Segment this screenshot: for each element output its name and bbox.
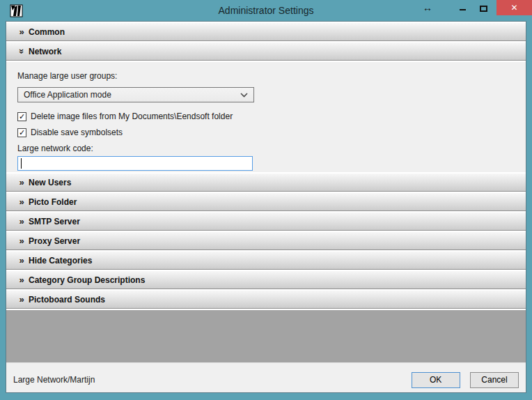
chevron-down-icon: » (17, 45, 27, 59)
chevron-right-icon: » (15, 216, 29, 226)
accordion-label: New Users (29, 178, 71, 187)
accordion-label: Picto Folder (29, 197, 77, 207)
large-network-code-input[interactable] (17, 156, 253, 171)
resize-icon[interactable]: ↔ (423, 2, 432, 13)
text-caret (21, 158, 22, 169)
checkbox-checked-icon[interactable]: ✓ (17, 128, 26, 137)
chevron-right-icon: » (15, 197, 29, 207)
delete-image-files-checkbox-row[interactable]: ✓ Delete image files from My Documents\E… (17, 111, 526, 121)
check-icon: ✓ (19, 113, 25, 121)
window-controls: ↔ ✕ (423, 0, 532, 15)
dialog-content: » Common » Network Manage large user gro… (6, 21, 526, 393)
maximize-icon (480, 6, 487, 12)
chevron-right-icon: » (15, 275, 29, 285)
accordion-header-new-users[interactable]: » New Users (6, 174, 526, 192)
cancel-button[interactable]: Cancel (470, 372, 519, 388)
chevron-down-icon (240, 93, 248, 98)
chevron-right-icon: » (15, 26, 29, 37)
manage-groups-label: Manage large user groups: (17, 71, 526, 81)
accordion-label: Common (29, 27, 65, 37)
accordion-header-common[interactable]: » Common (6, 23, 526, 41)
accordion-header-picto-folder[interactable]: » Picto Folder (6, 193, 526, 211)
minimize-button[interactable] (456, 5, 469, 10)
accordion-header-network[interactable]: » Network (6, 43, 526, 61)
accordion-header-category-group-descriptions[interactable]: » Category Group Descriptions (6, 271, 526, 289)
accordion-header-proxy-server[interactable]: » Proxy Server (6, 232, 526, 250)
dropdown-selected-value: Office Application mode (24, 90, 111, 100)
checkbox-checked-icon[interactable]: ✓ (17, 112, 26, 121)
large-network-code-label: Large network code: (17, 144, 526, 153)
chevron-right-icon: » (15, 236, 29, 246)
chevron-right-icon: » (15, 177, 29, 187)
accordion-label: Network (29, 47, 61, 56)
empty-filler-area (6, 310, 526, 362)
manage-groups-dropdown[interactable]: Office Application mode (17, 87, 254, 102)
accordion-header-pictoboard-sounds[interactable]: » Pictoboard Sounds (6, 291, 526, 309)
footer-buttons: OK Cancel (412, 372, 519, 388)
accordion-label: SMTP Server (29, 217, 80, 226)
minimize-icon (460, 9, 466, 10)
checkbox-label: Delete image files from My Documents\Een… (31, 111, 233, 121)
status-text: Large Network/Martijn (13, 375, 95, 385)
close-button[interactable]: ✕ (496, 0, 532, 15)
titlebar: Administrator Settings ↔ ✕ (6, 0, 526, 21)
maximize-button[interactable] (477, 4, 490, 12)
chevron-right-icon: » (15, 294, 29, 305)
footer-bar: Large Network/Martijn OK Cancel (6, 362, 526, 392)
network-panel: Manage large user groups: Office Applica… (6, 62, 526, 172)
administrator-settings-window: Administrator Settings ↔ ✕ » Common » Ne… (0, 0, 532, 400)
accordion-header-smtp-server[interactable]: » SMTP Server (6, 213, 526, 231)
check-icon: ✓ (19, 129, 25, 137)
ok-button[interactable]: OK (412, 372, 460, 388)
chevron-right-icon: » (15, 255, 29, 266)
disable-save-symbolsets-checkbox-row[interactable]: ✓ Disable save symbolsets (17, 128, 526, 137)
accordion-label: Pictoboard Sounds (29, 295, 105, 305)
accordion-label: Hide Categories (29, 256, 92, 266)
accordion-label: Proxy Server (29, 236, 80, 246)
accordion-label: Category Group Descriptions (29, 275, 145, 285)
accordion-header-hide-categories[interactable]: » Hide Categories (6, 252, 526, 270)
checkbox-label: Disable save symbolsets (31, 128, 123, 137)
